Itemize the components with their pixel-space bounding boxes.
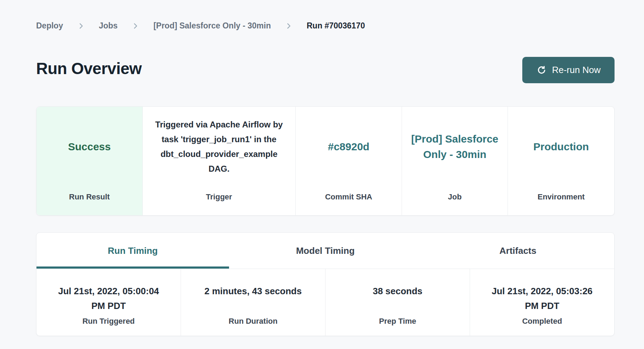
trigger-label: Trigger	[143, 192, 295, 202]
timing-card-prep-time: 38 seconds Prep Time	[326, 269, 470, 336]
commit-sha-link[interactable]: #c8920d	[328, 139, 369, 154]
summary-card-run-result: Success Run Result	[36, 107, 143, 215]
run-duration-value: 2 minutes, 43 seconds	[195, 284, 311, 313]
tab-artifacts[interactable]: Artifacts	[422, 233, 614, 269]
rerun-now-label: Re-run Now	[552, 65, 601, 75]
timing-card-run-duration: 2 minutes, 43 seconds Run Duration	[181, 269, 326, 336]
tab-run-timing[interactable]: Run Timing	[36, 233, 229, 269]
summary-card-trigger: Triggered via Apache Airflow by task 'tr…	[143, 107, 296, 215]
run-summary-panel: Success Run Result Triggered via Apache …	[36, 106, 615, 216]
run-detail-panel: Run Timing Model Timing Artifacts Jul 21…	[36, 232, 615, 336]
environment-link[interactable]: Production	[534, 139, 589, 154]
run-result-label: Run Result	[36, 192, 142, 202]
commit-sha-label: Commit SHA	[296, 192, 402, 202]
run-result-value: Success	[68, 139, 111, 154]
breadcrumb: Deploy Jobs [Prod] Salesforce Only - 30m…	[36, 21, 365, 31]
summary-card-commit-sha: #c8920d Commit SHA	[296, 107, 402, 215]
refresh-icon	[536, 65, 547, 75]
run-triggered-label: Run Triggered	[51, 317, 167, 326]
tab-model-timing[interactable]: Model Timing	[229, 233, 422, 269]
run-timing-content: Jul 21st, 2022, 05:00:04 PM PDT Run Trig…	[36, 269, 614, 336]
timing-card-run-triggered: Jul 21st, 2022, 05:00:04 PM PDT Run Trig…	[36, 269, 181, 336]
completed-value: Jul 21st, 2022, 05:03:26 PM PDT	[484, 284, 600, 313]
breadcrumb-item-deploy[interactable]: Deploy	[36, 21, 63, 31]
timing-card-completed: Jul 21st, 2022, 05:03:26 PM PDT Complete…	[470, 269, 614, 336]
rerun-now-button[interactable]: Re-run Now	[522, 57, 615, 83]
summary-card-job: [Prod] Salesforce Only - 30min Job	[402, 107, 508, 215]
run-triggered-value: Jul 21st, 2022, 05:00:04 PM PDT	[51, 284, 167, 313]
job-link[interactable]: [Prod] Salesforce Only - 30min	[409, 131, 501, 162]
summary-card-environment: Production Environment	[508, 107, 614, 215]
tab-bar: Run Timing Model Timing Artifacts	[36, 233, 614, 269]
chevron-right-icon	[77, 22, 85, 30]
environment-label: Environment	[508, 192, 614, 202]
prep-time-label: Prep Time	[340, 317, 456, 326]
chevron-right-icon	[285, 22, 293, 30]
trigger-value: Triggered via Apache Airflow by task 'tr…	[143, 117, 295, 176]
page-title: Run Overview	[36, 59, 142, 78]
completed-label: Completed	[484, 317, 600, 326]
breadcrumb-item-run-number: Run #70036170	[307, 21, 365, 31]
run-duration-label: Run Duration	[195, 317, 311, 326]
breadcrumb-item-job-name[interactable]: [Prod] Salesforce Only - 30min	[153, 21, 271, 31]
prep-time-value: 38 seconds	[340, 284, 456, 313]
job-label: Job	[402, 192, 508, 202]
breadcrumb-item-jobs[interactable]: Jobs	[99, 21, 118, 31]
chevron-right-icon	[132, 22, 139, 30]
